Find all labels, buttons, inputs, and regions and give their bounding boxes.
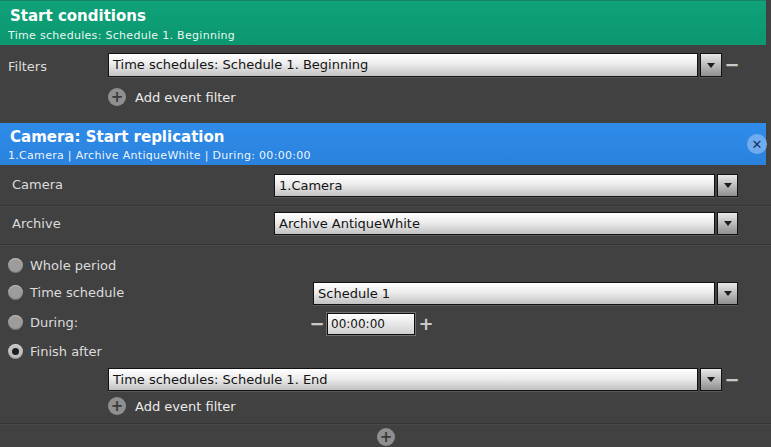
event-action-editor: Start conditions Time schedules: Schedul… [0,0,771,447]
start-filter-dropdown-button[interactable] [700,53,722,77]
during-decrease-button[interactable]: − [309,312,325,336]
camera-dropdown-button[interactable] [717,174,738,197]
finish-after-label[interactable]: Finish after [30,344,102,359]
add-action-button[interactable]: + [377,428,395,446]
close-action-button[interactable]: ✕ [747,134,767,154]
camera-label: Camera [12,177,63,192]
start-conditions-title: Start conditions [10,7,146,25]
add-event-filter-label: Add event filter [135,399,236,414]
divider [0,244,771,246]
radio-finish-after[interactable] [8,344,23,359]
remove-finish-filter-button[interactable]: − [724,368,740,391]
dropdown-arrow-icon [724,183,732,188]
during-time-input[interactable] [327,313,415,335]
plus-icon: + [108,88,126,106]
remove-start-filter-button[interactable]: − [724,53,740,77]
close-icon: ✕ [752,138,763,151]
divider [0,205,771,207]
archive-label: Archive [12,216,61,231]
finish-after-filter-dropdown-button[interactable] [700,368,722,391]
dropdown-arrow-icon [724,221,732,226]
time-schedule-dropdown-button[interactable] [717,282,738,305]
radio-whole-period[interactable] [8,258,23,273]
archive-dropdown-button[interactable] [717,212,738,235]
dropdown-arrow-icon [707,377,715,382]
archive-dropdown[interactable]: Archive AntiqueWhite [274,212,715,235]
dropdown-arrow-icon [707,63,715,68]
add-start-event-filter[interactable]: + Add event filter [108,88,236,106]
camera-dropdown[interactable]: 1.Camera [274,174,715,197]
action-subtitle: 1.Camera | Archive AntiqueWhite | During… [8,149,311,162]
during-increase-button[interactable]: + [418,312,434,336]
start-conditions-subtitle: Time schedules: Schedule 1. Beginning [8,29,235,42]
plus-icon: + [377,428,395,446]
finish-after-filter-dropdown[interactable]: Time schedules: Schedule 1. End [108,368,698,391]
add-finish-event-filter[interactable]: + Add event filter [108,397,236,415]
start-filter-dropdown[interactable]: Time schedules: Schedule 1. Beginning [108,53,698,77]
plus-icon: + [108,397,126,415]
filters-label: Filters [8,59,47,74]
dropdown-arrow-icon [724,291,732,296]
radio-time-schedule[interactable] [8,285,23,300]
radio-during[interactable] [8,315,23,330]
whole-period-label[interactable]: Whole period [30,258,116,273]
time-schedule-label[interactable]: Time schedule [30,285,124,300]
start-conditions-header: Start conditions Time schedules: Schedul… [0,0,766,45]
during-label[interactable]: During: [30,315,78,330]
divider [0,423,771,425]
action-header: Camera: Start replication 1.Camera | Arc… [0,123,766,165]
time-schedule-dropdown[interactable]: Schedule 1 [313,282,715,305]
action-title: Camera: Start replication [10,128,224,146]
add-event-filter-label: Add event filter [135,90,236,105]
